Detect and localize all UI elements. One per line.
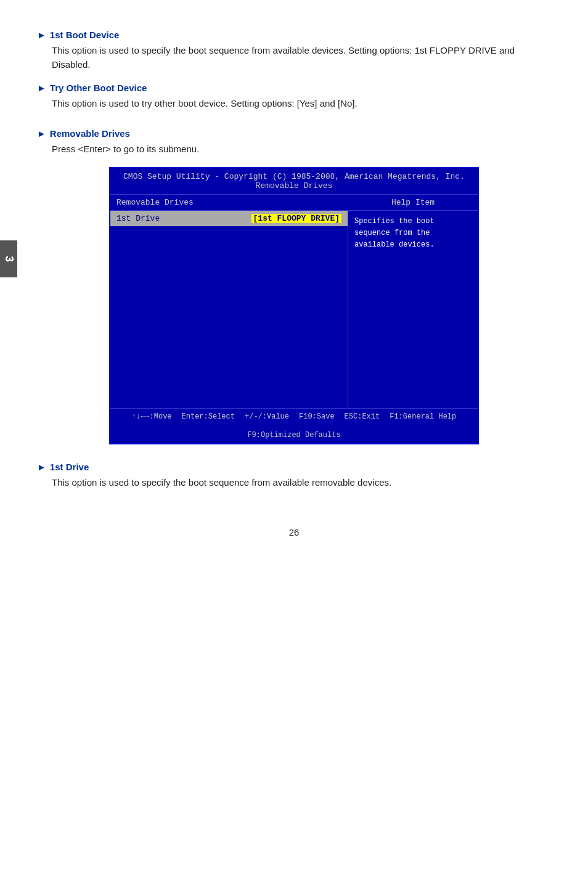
arrow-icon-4: ► [37,462,46,472]
arrow-icon-3: ► [37,128,46,139]
help-line1: Specifies the boot [354,217,435,226]
bios-col-right-header: Help Item [348,195,478,211]
section-body-3: Press <Enter> to go to its submenu. [52,142,551,157]
section-title-1: 1st Boot Device [50,30,120,40]
bios-header: CMOS Setup Utility - Copyright (C) 1985-… [110,168,478,195]
bios-help-text: Specifies the boot sequence from the ava… [354,216,472,251]
section-1st-drive: ► 1st Drive [37,462,551,472]
page-container: 3 ► 1st Boot Device This option is used … [0,0,588,574]
bios-content-area: 1st Drive [1st FLOOPY DRIVE] Specifies t… [110,211,478,408]
section-body-2: This option is used to try other boot de… [52,97,551,111]
section-title-4: 1st Drive [50,462,89,472]
footer-esc: ESC:Exit [345,412,380,421]
bios-row-label: 1st Drive [116,214,251,223]
bios-header-line1: CMOS Setup Utility - Copyright (C) 1985-… [116,172,472,181]
help-line3: available devices. [354,240,435,249]
bios-column-headers: Removable Drives Help Item [110,195,478,211]
section-removable-drives: ► Removable Drives [37,128,551,139]
side-tab: 3 [0,240,17,277]
footer-f1: F1:General Help [390,412,456,421]
bios-row-1st-drive[interactable]: 1st Drive [1st FLOOPY DRIVE] [110,211,348,226]
bios-header-line2: Removable Drives [116,181,472,190]
section-1st-boot-device: ► 1st Boot Device [37,30,551,40]
section-title-2: Try Other Boot Device [50,83,147,93]
section-try-other-boot: ► Try Other Boot Device [37,83,551,93]
bios-right-panel: Specifies the boot sequence from the ava… [348,211,478,408]
bios-footer: ↑↓←→:Move Enter:Select +/-/:Value F10:Sa… [110,408,478,443]
section-body-1: This option is used to specify the boot … [52,44,551,72]
help-line2: sequence from the [354,229,430,237]
footer-f10: F10:Save [299,412,335,421]
bios-screenshot: CMOS Setup Utility - Copyright (C) 1985-… [109,167,479,444]
section-body-4: This option is used to specify the boot … [52,476,551,490]
arrow-icon-2: ► [37,83,46,93]
footer-f9: F9:Optimized Defaults [247,431,340,439]
bios-left-panel: 1st Drive [1st FLOOPY DRIVE] [110,211,348,408]
bios-row-value: [1st FLOOPY DRIVE] [251,214,341,223]
bios-col-left-header: Removable Drives [110,195,348,211]
footer-value: +/-/:Value [245,412,289,421]
page-number: 26 [37,527,551,537]
footer-move: ↑↓←→:Move [132,412,172,421]
arrow-icon-1: ► [37,30,46,40]
footer-enter-select: Enter:Select [182,412,235,421]
section-title-3: Removable Drives [50,128,130,139]
